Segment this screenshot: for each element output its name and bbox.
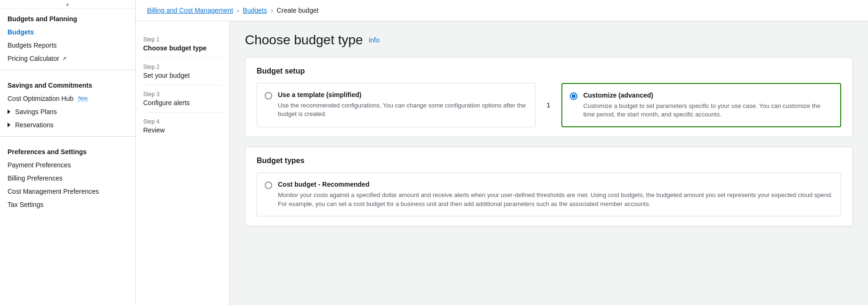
radio-cost-budget[interactable] <box>265 181 272 189</box>
page-title: Choose budget type <box>245 33 363 48</box>
step-4-title: Review <box>143 126 222 134</box>
budget-type-cost[interactable]: Cost budget - Recommended Monitor your c… <box>257 173 841 216</box>
radio-template[interactable] <box>265 92 272 99</box>
steps-panel: Step 1 Choose budget type Step 2 Set you… <box>136 21 230 305</box>
breadcrumb: Billing and Cost Management › Budgets › … <box>136 0 868 21</box>
breadcrumb-billing[interactable]: Billing and Cost Management <box>147 7 233 14</box>
new-badge: New <box>78 96 88 101</box>
external-link-icon: ↗ <box>62 56 66 62</box>
step-1: Step 1 Choose budget type <box>143 31 222 58</box>
info-link[interactable]: Info <box>369 36 380 44</box>
customize-option-text: Customize (advanced) Customize a budget … <box>583 91 833 119</box>
radio-customize-inner <box>572 94 576 98</box>
sidebar-section-budgets-planning: Budgets and Planning <box>0 8 135 25</box>
step-1-title: Choose budget type <box>143 44 222 52</box>
page-title-row: Choose budget type Info <box>245 33 853 48</box>
sidebar-item-reservations[interactable]: Reservations <box>0 118 135 132</box>
sidebar-item-pricing-calculator[interactable]: Pricing Calculator ↗ <box>0 52 135 65</box>
step-3-label: Step 3 <box>143 91 222 98</box>
customize-option-desc: Customize a budget to set parameters spe… <box>583 102 833 119</box>
cost-optimization-label: Cost Optimization Hub <box>8 95 73 102</box>
sidebar-section-savings: Savings and Commitments <box>0 75 135 92</box>
sidebar-item-payment-preferences[interactable]: Payment Preferences <box>0 158 135 172</box>
template-option-text: Use a template (simplified) Use the reco… <box>278 91 527 118</box>
scroll-up-indicator: ▲ <box>0 0 135 8</box>
sidebar-item-budgets-reports[interactable]: Budgets Reports <box>0 39 135 52</box>
budget-types-card: Budget types Cost budget - Recommended M… <box>245 147 853 226</box>
template-option-desc: Use the recommended configurations. You … <box>278 101 527 118</box>
budget-setup-title: Budget setup <box>257 67 841 75</box>
sidebar-item-budgets[interactable]: Budgets <box>0 25 135 39</box>
option-divider-number: 1 <box>543 83 554 127</box>
sidebar-item-billing-preferences[interactable]: Billing Preferences <box>0 172 135 185</box>
cost-budget-desc: Monitor your costs against a specified d… <box>278 191 833 208</box>
sidebar-divider-1 <box>0 70 135 70</box>
customize-option-title: Customize (advanced) <box>583 91 833 99</box>
step-2-title: Set your budget <box>143 72 222 79</box>
template-option-title: Use a template (simplified) <box>278 91 527 99</box>
chevron-right-icon-2 <box>8 123 10 127</box>
budget-option-customize[interactable]: Customize (advanced) Customize a budget … <box>561 83 841 127</box>
step-3: Step 3 Configure alerts <box>143 85 222 113</box>
savings-plans-label: Savings Plans <box>15 108 57 115</box>
sidebar-item-savings-plans[interactable]: Savings Plans <box>0 105 135 118</box>
form-area: Choose budget type Info Budget setup Use… <box>230 21 868 305</box>
breadcrumb-sep-1: › <box>237 7 239 14</box>
main-content: Billing and Cost Management › Budgets › … <box>136 0 868 305</box>
budget-options: Use a template (simplified) Use the reco… <box>257 83 841 127</box>
radio-customize[interactable] <box>570 92 577 100</box>
budget-types-title: Budget types <box>257 157 841 165</box>
step-3-title: Configure alerts <box>143 99 222 107</box>
budget-option-template[interactable]: Use a template (simplified) Use the reco… <box>257 83 535 127</box>
reservations-label: Reservations <box>15 121 54 129</box>
sidebar-divider-2 <box>0 136 135 137</box>
cost-budget-text: Cost budget - Recommended Monitor your c… <box>278 181 833 208</box>
sidebar-item-tax-settings[interactable]: Tax Settings <box>0 198 135 211</box>
step-4-label: Step 4 <box>143 118 222 125</box>
sidebar-section-preferences: Preferences and Settings <box>0 141 135 158</box>
sidebar-item-cost-optimization[interactable]: Cost Optimization Hub New <box>0 92 135 105</box>
content-area: Step 1 Choose budget type Step 2 Set you… <box>136 21 868 305</box>
breadcrumb-sep-2: › <box>271 7 273 14</box>
cost-budget-title: Cost budget - Recommended <box>278 181 833 188</box>
sidebar: ▲ Budgets and Planning Budgets Budgets R… <box>0 0 136 305</box>
budget-setup-card: Budget setup Use a template (simplified)… <box>245 57 853 137</box>
sidebar-item-cost-management-preferences[interactable]: Cost Management Preferences <box>0 185 135 198</box>
step-1-label: Step 1 <box>143 36 222 43</box>
chevron-right-icon <box>8 109 10 114</box>
step-2-label: Step 2 <box>143 64 222 70</box>
breadcrumb-budgets[interactable]: Budgets <box>243 7 267 14</box>
pricing-calculator-label: Pricing Calculator <box>8 55 59 62</box>
step-2: Step 2 Set your budget <box>143 58 222 85</box>
step-4: Step 4 Review <box>143 113 222 140</box>
breadcrumb-current: Create budget <box>277 7 319 14</box>
